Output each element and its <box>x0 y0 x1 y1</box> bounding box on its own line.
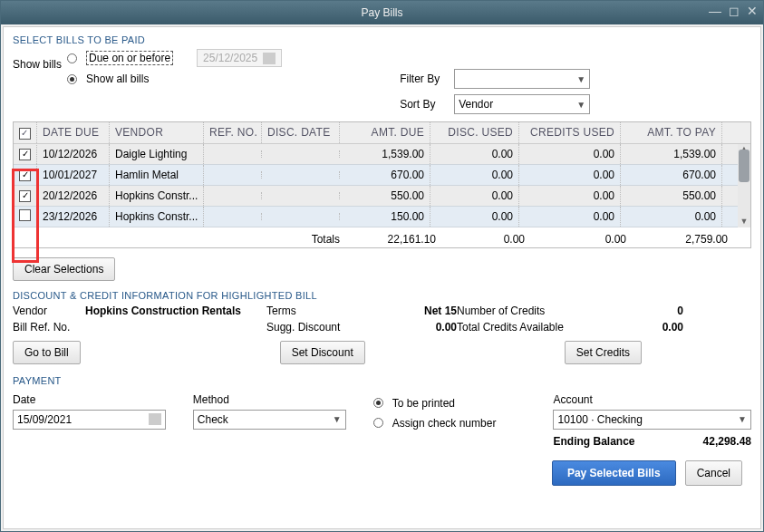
cell-date: 10/12/2026 <box>37 144 110 164</box>
cell-pay: 550.00 <box>621 186 722 206</box>
chevron-down-icon: ▼ <box>738 414 747 424</box>
cell-pay: 0.00 <box>621 207 722 227</box>
section-select-bills: SELECT BILLS TO BE PAID <box>13 34 751 45</box>
cell-disc-date <box>262 213 340 220</box>
row-checkbox[interactable]: ✓ <box>19 190 31 202</box>
num-credits-value: 0 <box>611 305 683 317</box>
row-checkbox[interactable]: ✓ <box>19 149 31 160</box>
cell-vendor: Hamlin Metal <box>110 165 204 185</box>
bill-ref-label: Bill Ref. No. <box>13 321 85 334</box>
set-discount-button[interactable]: Set Discount <box>280 341 365 364</box>
filter-by-label: Filter By <box>400 73 445 85</box>
cell-date: 23/12/2026 <box>37 207 110 227</box>
sort-by-select[interactable]: Vendor▼ <box>454 94 590 114</box>
account-select[interactable]: 10100 · Checking ▼ <box>553 410 751 430</box>
section-payment: PAYMENT <box>13 375 751 386</box>
clear-selections-button[interactable]: Clear Selections <box>13 257 115 281</box>
go-to-bill-button[interactable]: Go to Bill <box>13 341 81 364</box>
table-row[interactable]: ✓10/12/2026Daigle Lighting1,539.000.000.… <box>14 144 750 165</box>
pay-method-select[interactable]: Check ▼ <box>193 410 346 430</box>
filter-by-select[interactable]: ▼ <box>454 69 590 89</box>
col-credits-used[interactable]: CREDITS USED <box>519 122 621 143</box>
radio-assign-check[interactable] <box>373 418 383 428</box>
cell-vendor: Hopkins Constr... <box>110 186 204 206</box>
cell-date: 10/01/2027 <box>37 165 110 185</box>
cell-amt: 1,539.00 <box>340 144 430 164</box>
totals-du: 0.00 <box>436 233 525 246</box>
col-vendor[interactable]: VENDOR <box>110 122 204 143</box>
terms-value: Net 15 <box>375 305 457 317</box>
vendor-label: Vendor <box>13 305 85 317</box>
pay-method-label: Method <box>193 393 346 406</box>
ending-balance-value: 42,298.48 <box>703 435 751 448</box>
sugg-disc-value: 0.00 <box>375 321 457 334</box>
titlebar: Pay Bills — ◻ ✕ <box>1 1 763 24</box>
pay-date-label: Date <box>13 393 166 406</box>
cell-disc-date <box>262 192 340 199</box>
calendar-icon <box>149 413 161 425</box>
cell-amt: 150.00 <box>340 207 430 227</box>
col-disc-date[interactable]: DISC. DATE <box>262 122 340 143</box>
radio-due-before[interactable] <box>67 53 77 63</box>
cell-disc-date <box>262 171 340 179</box>
cell-date: 20/12/2026 <box>37 186 110 206</box>
cell-du: 0.00 <box>430 144 519 164</box>
col-amt-due[interactable]: AMT. DUE <box>340 122 430 143</box>
chevron-down-icon: ▼ <box>333 414 342 424</box>
totals-cu: 0.00 <box>525 233 626 246</box>
radio-to-print[interactable] <box>373 398 383 408</box>
minimize-icon[interactable]: — <box>709 4 721 18</box>
table-row[interactable]: ✓20/12/2026Hopkins Constr...550.000.000.… <box>14 186 750 207</box>
total-credits-label: Total Credits Available <box>457 321 611 334</box>
cell-ref <box>204 150 262 158</box>
assign-check-label: Assign check number <box>392 417 497 430</box>
set-credits-button[interactable]: Set Credits <box>565 341 642 364</box>
cell-cu: 0.00 <box>519 207 621 227</box>
to-print-label: To be printed <box>392 397 455 410</box>
chevron-down-icon: ▼ <box>576 100 585 110</box>
ending-balance-label: Ending Balance <box>553 435 634 448</box>
cell-vendor: Daigle Lighting <box>110 144 204 164</box>
cell-pay: 1,539.00 <box>621 144 722 164</box>
table-row[interactable]: 23/12/2026Hopkins Constr...150.000.000.0… <box>14 207 750 227</box>
scroll-down-icon[interactable]: ▼ <box>738 217 750 227</box>
pay-selected-button[interactable]: Pay Selected Bills <box>552 460 676 486</box>
cell-vendor: Hopkins Constr... <box>110 207 204 227</box>
bills-table: ✓ DATE DUE VENDOR REF. NO. DISC. DATE AM… <box>13 121 751 248</box>
totals-label: Totals <box>19 233 345 246</box>
cell-ref <box>204 213 262 220</box>
radio-show-all[interactable] <box>67 74 77 84</box>
cell-du: 0.00 <box>430 165 519 185</box>
calendar-icon <box>263 53 276 64</box>
totals-pay: 2,759.00 <box>626 233 728 246</box>
row-checkbox[interactable] <box>19 209 31 221</box>
col-date[interactable]: DATE DUE <box>37 122 110 143</box>
pay-date-input[interactable]: 15/09/2021 <box>13 410 166 430</box>
row-checkbox[interactable]: ✓ <box>19 169 31 181</box>
scrollbar[interactable]: ▲ ▼ <box>738 144 750 227</box>
cell-du: 0.00 <box>430 186 519 206</box>
close-icon[interactable]: ✕ <box>747 4 758 18</box>
col-ref[interactable]: REF. NO. <box>204 122 262 143</box>
show-bills-label: Show bills <box>13 49 62 71</box>
maximize-icon[interactable]: ◻ <box>729 4 740 18</box>
vendor-value: Hopkins Construction Rentals <box>85 305 266 317</box>
cell-disc-date <box>262 150 340 158</box>
header-checkbox[interactable]: ✓ <box>14 122 37 143</box>
cancel-button[interactable]: Cancel <box>685 460 742 486</box>
terms-label: Terms <box>266 305 375 317</box>
section-discount-info: DISCOUNT & CREDIT INFORMATION FOR HIGHLI… <box>13 290 751 301</box>
sugg-disc-label: Sugg. Discount <box>266 321 375 334</box>
total-credits-value: 0.00 <box>611 321 683 334</box>
totals-amt: 22,161.10 <box>345 233 436 246</box>
table-row[interactable]: ✓10/01/2027Hamlin Metal670.000.000.00670… <box>14 165 750 186</box>
col-disc-used[interactable]: DISC. USED <box>430 122 519 143</box>
col-amt-pay[interactable]: AMT. TO PAY <box>621 122 722 143</box>
pay-bills-window: Pay Bills — ◻ ✕ SELECT BILLS TO BE PAID … <box>0 0 764 532</box>
cell-pay: 670.00 <box>621 165 722 185</box>
due-date-disabled: 25/12/2025 <box>197 49 282 67</box>
cell-du: 0.00 <box>430 207 519 227</box>
chevron-down-icon: ▼ <box>576 74 585 84</box>
radio-due-label: Due on or before <box>86 51 173 65</box>
scroll-thumb[interactable] <box>739 150 749 182</box>
